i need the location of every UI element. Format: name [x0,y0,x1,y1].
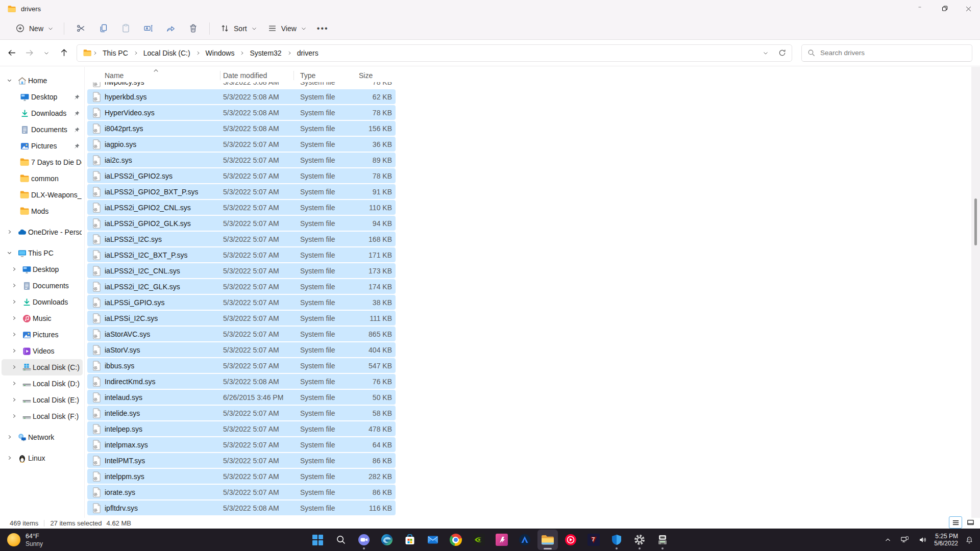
tray-network-icon[interactable] [898,533,912,546]
chevron-right-icon[interactable] [11,266,17,272]
file-row[interactable]: intelpep.sys5/3/2022 5:07 AMSystem file4… [87,421,396,436]
scrollbar-thumb[interactable] [974,198,977,245]
file-row[interactable]: ipfltdrv.sys5/3/2022 5:08 AMSystem file1… [87,500,396,515]
file-row[interactable]: intelpmax.sys5/3/2022 5:07 AMSystem file… [87,437,396,452]
breadcrumb-segment-this-pc[interactable]: This PC [98,47,133,59]
sidebar-item-common[interactable]: common [2,170,83,187]
taskbar-chrome-icon[interactable] [446,530,466,550]
column-header-size[interactable]: Size [355,69,396,82]
delete-button[interactable] [182,19,204,38]
copy-button[interactable] [92,19,114,38]
sidebar-item-local-disk-e[interactable]: Local Disk (E:) [2,392,83,408]
chevron-right-icon[interactable] [11,364,17,370]
sidebar-item-home[interactable]: Home [2,72,83,89]
sidebar-item-this-pc[interactable]: This PC [2,245,83,261]
sidebar-item-downloads[interactable]: Downloads [2,105,83,121]
file-row[interactable]: i8042prt.sys5/3/2022 5:08 AMSystem file1… [87,121,396,136]
taskbar-store-icon[interactable] [400,530,420,550]
file-row[interactable]: iaLPSS2i_I2C_GLK.sys5/3/2022 5:07 AMSyst… [87,279,396,294]
recent-locations-button[interactable] [38,45,55,61]
taskbar-app-a-icon[interactable] [514,530,535,550]
chevron-right-icon[interactable] [7,434,13,440]
column-header-date-modified[interactable]: Date modified [220,69,294,82]
file-row[interactable]: hwpolicy.sys5/3/2022 5:08 AMSystem file7… [87,82,396,88]
sort-button[interactable]: Sort [215,20,262,37]
refresh-button[interactable] [775,46,789,60]
chevron-right-icon[interactable] [11,283,17,289]
sidebar-item-local-disk-f[interactable]: Local Disk (F:) [2,408,83,424]
sidebar-item-linux[interactable]: Linux [2,450,83,466]
sidebar-item-downloads[interactable]: Downloads [2,294,83,310]
chevron-right-icon[interactable] [11,381,17,387]
cut-button[interactable] [69,19,92,38]
taskbar-weather-widget[interactable]: 64°F Sunny [7,533,43,547]
tray-hidden-icons-button[interactable] [882,534,894,546]
file-row[interactable]: iaLPSS2i_GPIO2.sys5/3/2022 5:07 AMSystem… [87,168,396,183]
up-button[interactable] [55,45,72,61]
breadcrumb-segment-local-disk-c-[interactable]: Local Disk (C:) [139,47,195,59]
notification-bell-icon[interactable]: z [963,533,976,546]
file-row[interactable]: iaLPSS2i_I2C_BXT_P.sys5/3/2022 5:07 AMSy… [87,247,396,262]
taskbar-robot-icon[interactable] [652,530,673,550]
rename-button[interactable] [137,19,159,38]
file-row[interactable]: iaLPSS2i_GPIO2_CNL.sys5/3/2022 5:07 AMSy… [87,200,396,215]
taskbar-explorer-icon[interactable] [537,530,558,550]
taskbar-edge-icon[interactable] [377,530,397,550]
taskbar-start-icon[interactable] [308,530,328,550]
taskbar-forza-icon[interactable] [492,530,512,550]
breadcrumb[interactable]: This PCLocal Disk (C:)WindowsSystem32dri… [77,44,792,62]
view-button[interactable]: View [262,20,312,37]
taskbar-mail-icon[interactable] [423,530,443,550]
large-icons-view-button[interactable] [964,516,977,529]
file-row[interactable]: iaLPSSi_GPIO.sys5/3/2022 5:07 AMSystem f… [87,295,396,310]
sidebar-item-local-disk-d[interactable]: Local Disk (D:) [2,375,83,392]
share-button[interactable] [159,19,182,38]
taskbar-nvidia-icon[interactable] [469,530,489,550]
sidebar-item-dlx-weapons-fix[interactable]: DLX-Weapons_Fix [2,187,83,203]
tray-volume-icon[interactable] [916,533,929,546]
column-header-name[interactable]: Name [87,69,220,82]
sidebar-item-desktop[interactable]: Desktop [2,89,83,105]
chevron-right-icon[interactable] [11,413,17,419]
file-row[interactable]: iaStorV.sys5/3/2022 5:07 AMSystem file40… [87,342,396,357]
breadcrumb-segment-windows[interactable]: Windows [201,47,239,59]
sidebar-item-documents[interactable]: Documents [2,121,83,138]
file-row[interactable]: ibbus.sys5/3/2022 5:07 AMSystem file547 … [87,358,396,373]
details-view-button[interactable] [949,516,962,529]
sidebar-item-music[interactable]: Music [2,310,83,327]
sidebar-item-onedrive-personal[interactable]: OneDrive - Personal [2,224,83,240]
file-row[interactable]: iorate.sys5/3/2022 5:07 AMSystem file86 … [87,485,396,499]
paste-button[interactable] [114,19,137,38]
taskbar-defender-icon[interactable] [606,530,627,550]
sidebar-item-network[interactable]: Network [2,429,83,445]
file-row[interactable]: iaLPSS2i_GPIO2_GLK.sys5/3/2022 5:07 AMSy… [87,216,396,231]
taskbar-clock[interactable]: 5:25 PM 5/6/2022 [934,533,958,547]
taskbar-search-icon[interactable] [331,530,351,550]
file-row[interactable]: iaLPSS2i_GPIO2_BXT_P.sys5/3/2022 5:07 AM… [87,184,396,199]
file-row[interactable]: iai2c.sys5/3/2022 5:07 AMSystem file89 K… [87,153,396,167]
sidebar-item-7-days-to-die-dedi[interactable]: 7 Days to Die Dedi [2,154,83,170]
sidebar-item-pictures[interactable]: Pictures [2,138,83,154]
file-row[interactable]: iaStorAVC.sys5/3/2022 5:07 AMSystem file… [87,327,396,341]
chevron-right-icon[interactable] [11,299,17,305]
sidebar-item-pictures[interactable]: Pictures [2,327,83,343]
file-row[interactable]: iaLPSS2i_I2C.sys5/3/2022 5:07 AMSystem f… [87,232,396,246]
new-button[interactable]: New [10,20,59,37]
file-row[interactable]: iagpio.sys5/3/2022 5:07 AMSystem file36 … [87,137,396,152]
file-row[interactable]: intelide.sys5/3/2022 5:07 AMSystem file5… [87,406,396,420]
column-header-type[interactable]: Type [294,69,355,82]
close-button[interactable] [957,0,980,17]
sidebar-item-local-disk-c[interactable]: Local Disk (C:) [2,359,83,375]
vertical-scrollbar[interactable] [971,67,980,518]
sidebar-item-documents[interactable]: Documents [2,278,83,294]
taskbar-game-7d-icon[interactable]: 7 [583,530,604,550]
file-row[interactable]: IndirectKmd.sys5/3/2022 5:08 AMSystem fi… [87,374,396,389]
file-row[interactable]: HyperVideo.sys5/3/2022 5:08 AMSystem fil… [87,105,396,120]
chevron-right-icon[interactable] [11,397,17,403]
search-input[interactable] [820,49,967,57]
file-row[interactable]: hyperkbd.sys5/3/2022 5:08 AMSystem file6… [87,89,396,104]
forward-button[interactable] [20,45,38,61]
chevron-right-icon[interactable] [11,332,17,338]
taskbar-yt-music-icon[interactable] [560,530,581,550]
sidebar-item-desktop[interactable]: Desktop [2,261,83,278]
